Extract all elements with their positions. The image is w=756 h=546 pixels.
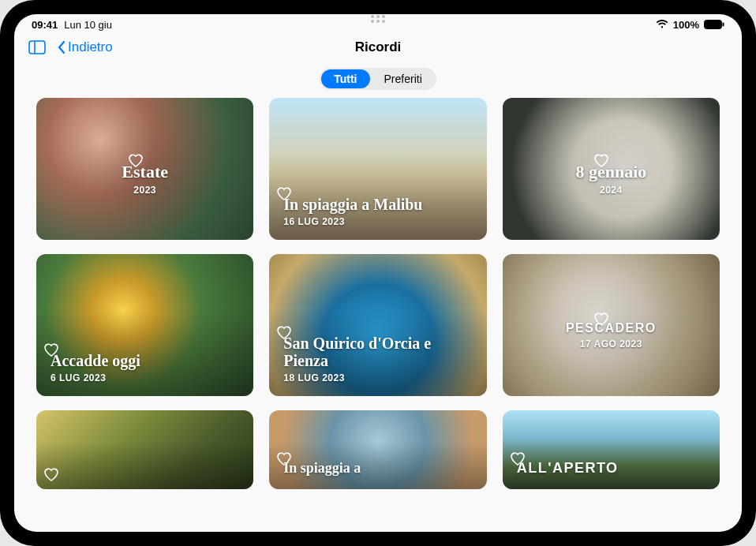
memory-card[interactable]: 8 gennaio 2024	[503, 98, 720, 240]
memory-title: In spiaggia a	[283, 461, 472, 477]
memory-title: Accadde oggi	[51, 352, 239, 369]
memory-card[interactable]: San Quirico d'Orcia e Pienza 18 LUG 2023	[269, 254, 486, 396]
svg-rect-1	[723, 23, 724, 27]
memory-title: 8 gennaio	[575, 163, 646, 181]
memory-date: 6 LUG 2023	[51, 372, 239, 383]
wifi-icon	[656, 20, 668, 29]
device-frame: 09:41 Lun 10 giu 100% Indiet	[0, 0, 756, 546]
page-title: Ricordi	[355, 39, 402, 55]
segment-all[interactable]: Tutti	[321, 69, 369, 88]
memory-date: 2024	[600, 185, 623, 196]
status-date: Lun 10 giu	[64, 19, 112, 31]
multitask-indicator[interactable]	[371, 14, 385, 24]
segment-favorites[interactable]: Preferiti	[372, 69, 435, 88]
memory-card[interactable]: PESCADERO 17 AGO 2023	[503, 254, 720, 396]
back-label: Indietro	[68, 39, 113, 55]
segmented-control: Tutti Preferiti	[14, 68, 742, 90]
memory-title: PESCADERO	[566, 321, 657, 335]
memory-card[interactable]: ALL'APERTO	[503, 410, 720, 489]
memory-card[interactable]: Estate 2023	[36, 98, 253, 240]
memories-grid: Estate 2023 In spiaggia a Malibu 16 LUG …	[36, 98, 720, 396]
memory-date: 17 AGO 2023	[580, 338, 642, 350]
memory-title: ALL'APERTO	[517, 461, 705, 477]
memory-card[interactable]	[36, 410, 253, 489]
memory-card[interactable]: In spiaggia a Malibu 16 LUG 2023	[269, 98, 486, 240]
status-time: 09:41	[32, 19, 58, 31]
back-button[interactable]: Indietro	[57, 39, 113, 55]
memories-scroll[interactable]: Estate 2023 In spiaggia a Malibu 16 LUG …	[14, 98, 742, 532]
memory-title: San Quirico d'Orcia e Pienza	[283, 335, 472, 369]
memories-grid-row-partial: In spiaggia a ALL'APERTO	[36, 410, 720, 489]
svg-rect-0	[705, 21, 722, 29]
memory-title: In spiaggia a Malibu	[283, 196, 472, 213]
sidebar-toggle-button[interactable]	[28, 40, 46, 54]
chevron-left-icon	[57, 40, 66, 54]
memory-card[interactable]: In spiaggia a	[269, 410, 486, 489]
battery-icon	[704, 20, 724, 29]
memory-date: 16 LUG 2023	[283, 216, 472, 227]
memory-date: 18 LUG 2023	[283, 372, 472, 383]
svg-rect-2	[29, 41, 45, 54]
favorite-button[interactable]	[41, 464, 62, 484]
memory-card[interactable]: Accadde oggi 6 LUG 2023	[36, 254, 253, 396]
memory-title: Estate	[122, 163, 168, 181]
memory-date: 2023	[133, 185, 156, 196]
navigation-bar: Indietro Ricordi	[14, 32, 742, 63]
battery-percent: 100%	[673, 19, 699, 31]
screen: 09:41 Lun 10 giu 100% Indiet	[14, 14, 742, 532]
